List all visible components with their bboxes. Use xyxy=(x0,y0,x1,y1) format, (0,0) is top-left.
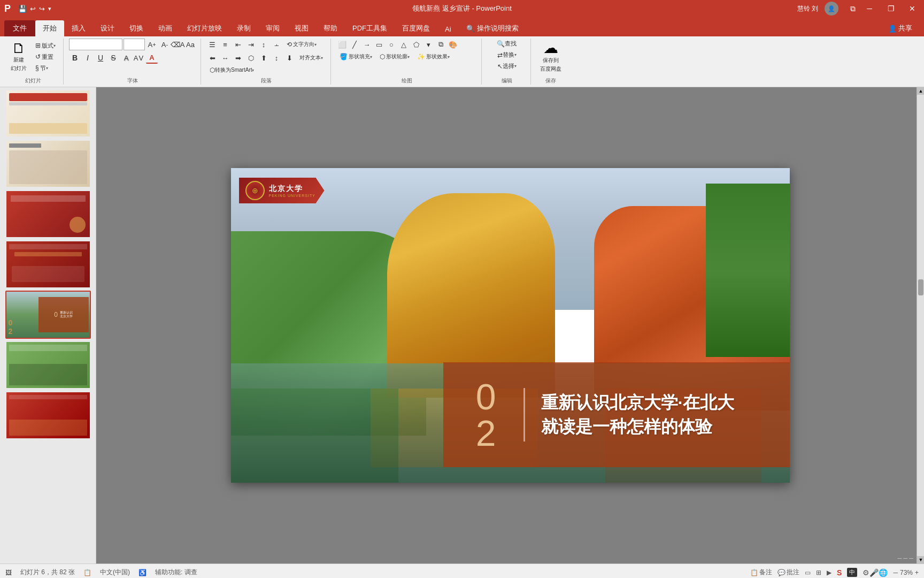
slide-thumb-3[interactable] xyxy=(5,190,91,238)
increase-font-btn[interactable]: A+ xyxy=(146,39,158,50)
change-case-btn[interactable]: Aa xyxy=(184,39,196,50)
replace-btn[interactable]: ⇄ 替换 ▾ xyxy=(494,50,520,60)
zoom-bar[interactable]: ─ 73% + xyxy=(893,569,919,576)
normal-view-btn[interactable]: ▭ xyxy=(805,569,811,576)
slide-thumb-7[interactable] xyxy=(5,391,91,439)
quick-styles-btn[interactable]: 🎨 xyxy=(447,39,459,50)
bold-btn[interactable]: B xyxy=(69,52,81,64)
slide-thumb-2[interactable] xyxy=(5,140,91,188)
tab-design[interactable]: 设计 xyxy=(93,20,122,36)
tab-transitions[interactable]: 切换 xyxy=(122,20,151,36)
tab-share[interactable]: 👤 共享 xyxy=(881,20,920,36)
convert-smartart-btn[interactable]: ⬡ 转换为SmartArt ▾ xyxy=(206,65,257,75)
tab-review[interactable]: 审阅 xyxy=(258,20,287,36)
space-btn[interactable]: AV xyxy=(133,52,145,64)
tab-animations[interactable]: 动画 xyxy=(151,20,180,36)
scroll-down-btn[interactable]: ▼ xyxy=(917,556,924,564)
columns-btn[interactable]: ⫠ xyxy=(271,39,282,50)
section-button[interactable]: § 节 ▾ xyxy=(32,63,59,73)
tab-slideshow[interactable]: 幻灯片放映 xyxy=(180,20,229,36)
notes-btn[interactable]: 📋 备注 xyxy=(750,568,772,577)
slide-thumb-1[interactable] xyxy=(5,89,91,138)
vertical-scrollbar[interactable]: ▲ ▼ xyxy=(917,87,924,564)
slide-thumb-5[interactable]: 0 重新认识北京大学 02 xyxy=(5,291,91,339)
slide-canvas[interactable]: ⊕ 北京大学 PEKING UNIVERSITY 0 2 重新认识北京大学·在北… xyxy=(231,168,790,483)
tab-pdf[interactable]: PDF工具集 xyxy=(345,20,395,36)
justify-btn[interactable]: ⬡ xyxy=(245,52,257,64)
minimize-btn[interactable]: ─ xyxy=(862,1,877,16)
decrease-indent-btn[interactable]: ⇤ xyxy=(232,39,244,50)
line-spacing-btn[interactable]: ↕ xyxy=(258,39,270,50)
select-btn[interactable]: ↖ 选择 ▾ xyxy=(494,61,520,71)
comments-btn[interactable]: 💬 批注 xyxy=(777,568,799,577)
slide-number-bottom: 2 xyxy=(476,415,496,451)
scroll-up-btn[interactable]: ▲ xyxy=(917,87,924,95)
tab-baidu[interactable]: 百度网盘 xyxy=(395,20,437,36)
tab-ai[interactable]: Ai xyxy=(437,22,459,36)
slide-thumb-6[interactable] xyxy=(5,341,91,389)
arrow-btn[interactable]: → xyxy=(361,39,373,50)
font-color-btn[interactable]: A xyxy=(146,52,158,64)
slide-sorter-btn[interactable]: ⊞ xyxy=(816,569,821,576)
triangle-btn[interactable]: △ xyxy=(398,39,410,50)
reset-button[interactable]: ↺ 重置 xyxy=(32,52,59,62)
slide-panel[interactable]: 0 重新认识北京大学 02 xyxy=(0,87,96,564)
quick-access-undo[interactable]: ↩ xyxy=(30,5,36,13)
slide-thumb-4[interactable] xyxy=(5,240,91,288)
tab-recording[interactable]: 录制 xyxy=(229,20,258,36)
scroll-thumb[interactable] xyxy=(918,279,923,295)
scroll-track[interactable] xyxy=(917,95,924,556)
tab-home[interactable]: 开始 xyxy=(35,20,64,36)
oval-btn[interactable]: ○ xyxy=(386,39,397,50)
increase-indent-btn[interactable]: ⇥ xyxy=(245,39,257,50)
pentagon-btn[interactable]: ⬠ xyxy=(410,39,422,50)
align-left-btn[interactable]: ⬅ xyxy=(206,52,218,64)
find-btn[interactable]: 🔍 查找 xyxy=(494,39,520,49)
align-top-btn[interactable]: ⬆ xyxy=(258,52,270,64)
more-shapes-btn[interactable]: ▾ xyxy=(422,39,434,50)
clear-format-btn[interactable]: ⌫A xyxy=(172,39,183,50)
decrease-font-btn[interactable]: A- xyxy=(159,39,171,50)
shape-effect-btn[interactable]: ✨ 形状效果 ▾ xyxy=(414,52,453,62)
quick-access-more[interactable]: ▾ xyxy=(48,5,51,12)
tab-insert[interactable]: 插入 xyxy=(64,20,93,36)
align-mid-btn[interactable]: ↕ xyxy=(271,52,282,64)
shape-fill-btn[interactable]: 🪣 形状填充 ▾ xyxy=(336,52,375,62)
italic-btn[interactable]: I xyxy=(82,52,94,64)
line-btn[interactable]: ╱ xyxy=(349,39,360,50)
tab-help[interactable]: 帮助 xyxy=(316,20,345,36)
tab-search[interactable]: 🔍 操作说明搜索 xyxy=(459,20,526,36)
align-center-btn[interactable]: ↔ xyxy=(219,52,231,64)
slides-group-label: 幻灯片 xyxy=(25,75,41,85)
arrange-btn[interactable]: ⧉ xyxy=(435,39,446,50)
font-size-input[interactable] xyxy=(124,39,145,50)
window-icon[interactable]: ⧉ xyxy=(850,4,856,13)
ime-zh-icon[interactable]: 中 xyxy=(847,568,857,577)
rect-btn[interactable]: ▭ xyxy=(373,39,385,50)
close-btn[interactable]: ✕ xyxy=(905,1,920,16)
strikethrough-btn[interactable]: S xyxy=(107,52,119,64)
slideshow-btn[interactable]: ▶ xyxy=(827,569,831,576)
restore-btn[interactable]: ❐ xyxy=(883,1,898,16)
font-name-input[interactable] xyxy=(69,39,122,50)
shadow-btn[interactable]: A xyxy=(120,52,132,64)
numbered-list-btn[interactable]: ≡ xyxy=(219,39,231,50)
align-right-btn[interactable]: ➡ xyxy=(232,52,244,64)
underline-btn[interactable]: U xyxy=(95,52,106,64)
quick-access-save[interactable]: 💾 xyxy=(18,5,27,13)
shape-outline-btn[interactable]: ⬡ 形状轮廓 ▾ xyxy=(376,52,413,62)
user-avatar[interactable]: 👤 xyxy=(825,2,838,16)
text-direction-btn[interactable]: ⟲ 文字方向 ▾ xyxy=(283,40,320,49)
align-text-btn[interactable]: 对齐文本 ▾ xyxy=(296,53,326,63)
quick-access-redo[interactable]: ↪ xyxy=(39,5,45,13)
align-bottom-btn[interactable]: ⬇ xyxy=(283,52,295,64)
select-shape-btn[interactable]: ⬜ xyxy=(336,39,348,50)
new-slide-button[interactable]: 🗋 新建 幻灯片 xyxy=(7,39,30,74)
bullet-list-btn[interactable]: ☰ xyxy=(206,39,218,50)
zoom-indicator: ─ ─ ─ xyxy=(898,555,914,561)
save-baidu-btn[interactable]: ☁ 保存到 百度网盘 xyxy=(537,39,565,75)
tab-file[interactable]: 文件 xyxy=(4,20,35,36)
layout-button[interactable]: ⊞ 版式 ▾ xyxy=(32,41,59,51)
main-editing-area[interactable]: ▲ ▼ ⊕ xyxy=(96,87,924,564)
tab-view[interactable]: 视图 xyxy=(287,20,316,36)
